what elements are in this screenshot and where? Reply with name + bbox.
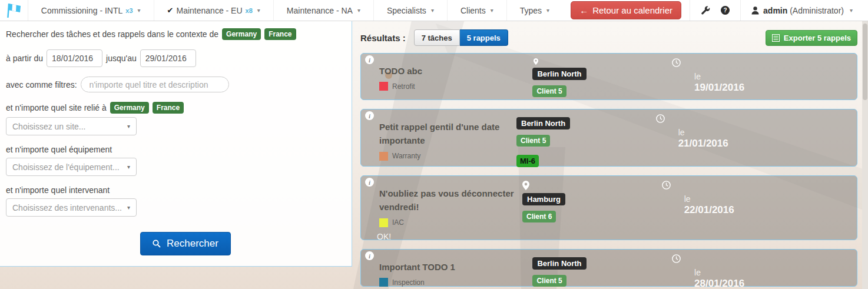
context-row: Rechercher des tâches et des rappels dan… [6,28,343,40]
search-button[interactable]: Rechercher [140,232,231,255]
chevron-down-icon: ▾ [491,7,493,14]
results-title: Résultats : [360,33,406,43]
type-color-swatch [379,82,388,91]
type-label: Inspection [392,278,425,287]
context-tag-france: France [264,28,296,40]
info-glyph: i [369,57,370,64]
site-select-value: Choisissez un site... [12,122,86,131]
chevron-down-icon: ▾ [138,7,141,14]
context-tag-germany: Germany [222,28,261,40]
help-icon[interactable]: ? [721,6,730,15]
equipment-label: et n'importe quel équipement [6,145,112,154]
flag-logo-icon [5,2,22,19]
search-button-label: Rechercher [167,238,218,250]
scrollbar-thumb[interactable] [863,24,867,100]
date-prefix: le [694,72,850,81]
tab-tasks-label: 7 tâches [422,34,452,42]
nav-item-label: Commissioning - INTL [41,6,122,15]
title-description-filter-input[interactable] [81,77,229,92]
vertical-scrollbar[interactable] [862,21,868,289]
reminder-title: Important TODO 1 [379,260,529,274]
date-prefix: le [684,194,850,204]
nav-item-count: x8 [246,7,253,14]
tab-reminders[interactable]: 5 rappels [460,29,508,46]
nav-item-clients[interactable]: Clients ▾ [448,0,507,21]
type-label: IAC [392,218,404,227]
chevron-down-icon: ▾ [850,7,853,14]
info-icon[interactable]: i [365,111,374,120]
reminder-card[interactable]: i Important TODO 1 Inspection Berlin Nor… [360,249,857,287]
context-label: Rechercher des tâches et des rappels dan… [6,29,218,39]
nav-item-count: x3 [125,7,132,14]
type-color-swatch [379,278,388,287]
user-menu[interactable]: admin (Administrator) ▾ [740,0,868,21]
export-button-label: Exporter 5 rappels [784,34,851,42]
equipment-badge: MI-6 [516,155,539,167]
filters-row: avec comme filtres: [6,77,343,92]
info-icon[interactable]: i [365,55,374,64]
reminder-card[interactable]: i N'oubliez pas vous déconnecter vendred… [360,175,857,240]
from-date-input[interactable] [47,49,102,67]
site-tag-france: France [153,102,184,114]
to-date-input[interactable] [140,49,196,67]
site-badge: Berlin North [532,257,586,270]
back-to-calendar-button[interactable]: ← Retour au calendrier [571,1,681,19]
info-icon[interactable]: i [365,251,374,260]
list-icon [772,34,780,42]
help-glyph: ? [723,7,727,14]
worker-label: et n'importe quel intervenant [6,185,110,195]
client-badge: Client 5 [532,275,566,287]
nav-item-commissioning-intl[interactable]: Commissioning - INTL x3 ▾ [28,0,154,21]
reminder-card[interactable]: i TODO abc Retrofit Berlin North Client … [360,53,857,100]
worker-label-row: et n'importe quel intervenant [6,185,343,195]
type-label: Retrofit [392,82,415,91]
site-select[interactable]: Choisissez un site... ▾ [6,117,137,135]
location-pin-icon [532,58,539,65]
reminder-date: 19/01/2016 [694,82,850,94]
chevron-down-icon: ▾ [127,164,130,170]
date-range-row: à partir du jusqu'au [6,49,343,67]
chevron-down-icon: ▾ [127,123,130,129]
wrench-icon[interactable] [701,6,710,15]
search-icon [153,240,161,248]
info-icon[interactable]: i [365,178,374,187]
export-button[interactable]: Exporter 5 rappels [766,30,857,46]
reminder-date: 21/01/2016 [678,138,850,150]
client-badge: Client 5 [516,135,550,147]
nav-item-maintenance-eu[interactable]: ✔ Maintenance - EU x8 ▾ [154,0,274,21]
reminder-card[interactable]: i Petit rappel gentil d'une date importa… [360,109,857,167]
filters-label: avec comme filtres: [6,80,77,89]
reminder-title: TODO abc [379,64,529,78]
reminder-date: 28/01/2016 [694,278,850,289]
nav-item-types[interactable]: Types ▾ [507,0,562,21]
site-badge: Hamburg [522,193,565,205]
date-prefix: le [694,268,850,277]
chevron-down-icon: ▾ [127,204,130,211]
equipment-select[interactable]: Choisissez de l'équipement... ▾ [6,158,137,176]
tab-tasks[interactable]: 7 tâches [414,29,460,46]
nav-item-label: Maintenance - EU [177,6,243,15]
info-glyph: i [369,112,370,119]
nav-item-label: Types [520,6,542,15]
nav-item-label: Specialists [387,6,426,15]
clock-icon [662,181,671,190]
type-color-swatch [379,218,388,227]
search-panel: Rechercher des tâches et des rappels dan… [0,21,352,267]
user-name: admin [763,6,787,15]
worker-select-value: Choisissez des intervenants... [12,203,122,212]
nav-item-label: Clients [460,6,486,15]
info-glyph: i [369,253,370,260]
chevron-down-icon: ▾ [357,7,360,14]
reminder-cards-list: i TODO abc Retrofit Berlin North Client … [360,53,857,287]
left-arrow-icon: ← [579,5,588,15]
site-tags-row: et n'importe quel site relié à Germany F… [6,102,343,114]
nav-item-specialists[interactable]: Specialists ▾ [374,0,448,21]
worker-select[interactable]: Choisissez des intervenants... ▾ [6,198,137,217]
tab-reminders-label: 5 rappels [467,34,501,42]
app-logo[interactable] [0,0,28,21]
clock-icon [672,58,681,67]
clock-icon [672,254,681,263]
reminder-description: OK! [377,232,519,241]
nav-item-maintenance-na[interactable]: Maintenance - NA ▾ [274,0,374,21]
nav-tools: ? [690,0,740,21]
